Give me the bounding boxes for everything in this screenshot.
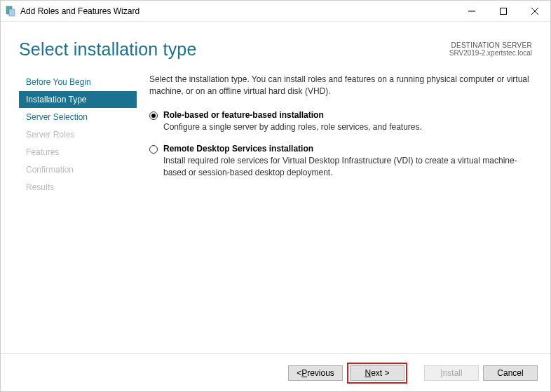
- minimize-button[interactable]: [456, 1, 487, 22]
- previous-button[interactable]: < Previous: [288, 365, 343, 381]
- sidebar-item-results: Results: [19, 179, 137, 196]
- install-button: Install: [424, 365, 479, 381]
- option-title: Role-based or feature-based installation: [163, 110, 532, 120]
- cancel-button[interactable]: Cancel: [483, 365, 538, 381]
- sidebar-item-before-you-begin[interactable]: Before You Begin: [19, 74, 137, 90]
- sidebar-item-installation-type[interactable]: Installation Type: [19, 91, 137, 108]
- next-button[interactable]: Next >: [350, 365, 404, 381]
- option-desc: Configure a single server by adding role…: [163, 121, 532, 133]
- option-desc: Install required role services for Virtu…: [163, 155, 532, 179]
- sidebar-item-features: Features: [19, 144, 137, 161]
- intro-text: Select the installation type. You can in…: [149, 74, 532, 97]
- titlebar: Add Roles and Features Wizard: [1, 1, 550, 22]
- server-manager-icon: [5, 6, 16, 17]
- window-controls: [456, 1, 550, 21]
- sidebar-item-server-roles: Server Roles: [19, 126, 137, 143]
- window-title: Add Roles and Features Wizard: [20, 6, 456, 16]
- footer: < Previous Next > Install Cancel: [1, 353, 550, 391]
- option-role-based[interactable]: Role-based or feature-based installation…: [149, 110, 532, 133]
- option-rds[interactable]: Remote Desktop Services installation Ins…: [149, 144, 532, 179]
- page-title: Select installation type: [19, 39, 197, 60]
- content: Select the installation type. You can in…: [149, 74, 532, 353]
- svg-rect-3: [500, 8, 506, 15]
- sidebar: Before You Begin Installation Type Serve…: [19, 74, 137, 353]
- option-title: Remote Desktop Services installation: [163, 144, 532, 154]
- next-button-highlight: Next >: [347, 363, 407, 384]
- body: Before You Begin Installation Type Serve…: [1, 74, 550, 353]
- sidebar-item-server-selection[interactable]: Server Selection: [19, 109, 137, 126]
- radio-rds[interactable]: [149, 145, 158, 154]
- option-body: Role-based or feature-based installation…: [163, 110, 532, 133]
- destination-label: DESTINATION SERVER: [449, 41, 532, 49]
- radio-role-based[interactable]: [149, 111, 158, 120]
- maximize-button[interactable]: [487, 1, 519, 22]
- sidebar-item-confirmation: Confirmation: [19, 161, 137, 178]
- destination-server: SRV2019-2.xpertstec.local: [449, 49, 532, 57]
- option-body: Remote Desktop Services installation Ins…: [163, 144, 532, 179]
- destination-block: DESTINATION SERVER SRV2019-2.xpertstec.l…: [449, 39, 532, 57]
- close-button[interactable]: [519, 1, 550, 22]
- svg-rect-1: [9, 9, 15, 16]
- header: Select installation type DESTINATION SER…: [1, 22, 550, 74]
